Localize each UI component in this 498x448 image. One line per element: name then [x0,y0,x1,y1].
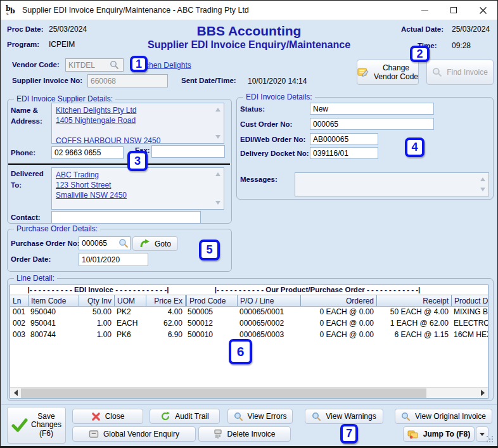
delete-invoice-button[interactable]: Delete Invoice [198,426,291,442]
cell[interactable]: 001 [10,307,28,318]
cell[interactable]: 950041 [28,318,79,330]
cell[interactable]: 4.00 [146,307,185,318]
cell[interactable]: 500010 [185,330,237,341]
cell[interactable]: 1.00 [79,330,114,341]
cell[interactable]: 0 EACH @ 0.00 [300,307,376,318]
close-label: Close [105,412,125,421]
maximize-button[interactable] [439,1,468,20]
audit-trail-button[interactable]: Audit Trail [150,409,220,424]
actual-date-label: Actual Date: [401,25,444,33]
global-vendor-enquiry-button[interactable]: Global Vendor Enquiry [72,426,196,442]
scroll-down-icon[interactable] [480,188,485,191]
cell[interactable]: PK6 [114,330,146,341]
cell[interactable]: 50.00 [79,307,114,318]
cell[interactable]: MIXING BO [451,307,488,318]
footer-divider [1,404,497,405]
horizontal-scrollbar[interactable] [10,387,488,398]
cell[interactable]: 16CM HEX [451,330,488,341]
order-date-input[interactable] [79,253,148,266]
scrollbar-thumb[interactable] [21,388,426,398]
messages-box[interactable] [295,172,489,196]
po-lookup-icon[interactable] [118,238,129,248]
magnifier-icon [401,412,411,421]
fax-input[interactable] [151,145,225,158]
vendor-lookup-icon[interactable] [110,60,119,70]
cell[interactable]: 000065/0001 [237,307,300,318]
resize-grip[interactable] [487,436,494,444]
delivery-docket-input[interactable] [310,147,378,159]
cell[interactable]: 003 [10,330,28,341]
delivered-to-box[interactable]: ABC Trading 123 Short Street Smallville … [51,167,224,210]
cell[interactable]: 50 EACH @ 4.00 [376,307,451,318]
cell[interactable]: 500012 [185,318,237,330]
find-invoice-button[interactable]: Find Invoice [426,60,494,85]
supplier-invoice-input[interactable] [87,74,168,87]
col-header-qty-inv: Qty Inv [79,295,114,306]
supplier-street-link[interactable]: 1405 Nightengale Road [56,115,212,125]
scroll-left-icon[interactable] [10,388,21,399]
minimize-button[interactable] [410,1,439,20]
edi-web-order-input[interactable] [310,133,378,145]
save-changes-button[interactable]: Save Changes (F6) [7,407,66,444]
scroll-down-icon[interactable] [215,201,220,205]
scroll-down-icon[interactable] [215,135,220,139]
view-original-invoice-button[interactable]: View Original Invoice [395,409,492,424]
supplier-name-link[interactable]: Kitchen Delights Pty Ltd [56,105,212,115]
cell[interactable]: 6 EACH @ 1.15 [376,330,451,341]
goto-button[interactable]: Goto [132,236,178,251]
delivered-street-link[interactable]: 123 Short Street [56,180,212,190]
edit-pad-icon [357,66,369,79]
sent-datetime-label: Sent Date/Time: [181,77,236,84]
cell[interactable]: ELECTRON [451,318,488,330]
find-invoice-label: Find Invoice [447,68,488,77]
jump-to-button[interactable]: Jump To (F8) [403,426,475,442]
contact-input[interactable] [51,211,201,224]
view-errors-button[interactable]: View Errors [227,409,293,424]
cell[interactable]: 1 EACH @ 62.00 [376,318,451,330]
delivered-label-1: Delivered [11,170,44,177]
delivered-city-link[interactable]: Smallville NSW 2450 [56,190,212,200]
supplier-city-link[interactable]: COFFS HARBOUR NSW 2450 [56,136,212,144]
cell[interactable]: EACH [114,318,146,330]
goto-arrow-icon [139,239,150,248]
cell[interactable]: 62.00 [146,318,185,330]
cust-order-input[interactable] [310,118,434,130]
scroll-up-icon[interactable] [215,172,220,176]
cell[interactable]: 0 EACH @ 0.00 [300,318,376,330]
supplier-address-box[interactable]: Kitchen Delights Pty Ltd 1405 Nightengal… [51,103,224,144]
cell[interactable]: 0 EACH @ 0.00 [300,330,376,341]
supplier-invoice-label: Supplier Invoice No: [12,77,82,84]
drawer-icon [89,429,99,439]
delivered-name-link[interactable]: ABC Trading [56,170,212,180]
phone-input[interactable] [51,146,124,159]
cell[interactable]: 950040 [28,307,79,318]
close-invoice-button[interactable]: Close [72,409,143,424]
cell[interactable]: 002 [10,318,28,330]
section-separator [8,163,230,165]
status-input[interactable] [310,103,434,115]
view-warnings-button[interactable]: View Warnings [305,409,383,424]
cell[interactable]: 000065/0002 [237,318,300,330]
cell[interactable]: PK2 [114,307,146,318]
annotation-badge-6: 6 [229,339,252,364]
change-vendor-code-button[interactable]: Change Vendor Code [357,60,419,85]
col-header-prod-code: Prod Code [185,295,237,306]
window-title: Supplier EDI Invoice Enquiry/Maintenance… [22,6,249,15]
view-errors-label: View Errors [248,412,287,421]
scroll-up-icon[interactable] [480,177,485,181]
col-header-item-code: Item Code [28,295,79,306]
scroll-up-icon[interactable] [215,108,220,112]
vendor-code-label: Vendor Code: [12,61,60,68]
close-button[interactable] [468,1,497,20]
annotation-badge-4: 4 [405,138,425,157]
contact-label: Contact: [11,214,41,221]
cell[interactable]: 500005 [185,307,237,318]
edi-web-order-label: EDI/Web Order No: [240,136,305,143]
col-header-receipt: Receipt [376,295,451,306]
cell[interactable]: 1.00 [79,318,114,330]
svg-text:s: s [6,11,9,16]
scroll-right-icon[interactable] [477,388,488,399]
cell[interactable]: 6.90 [146,330,185,341]
name-address-label-1: Name & [11,106,38,114]
cell[interactable]: 800744 [28,330,79,341]
